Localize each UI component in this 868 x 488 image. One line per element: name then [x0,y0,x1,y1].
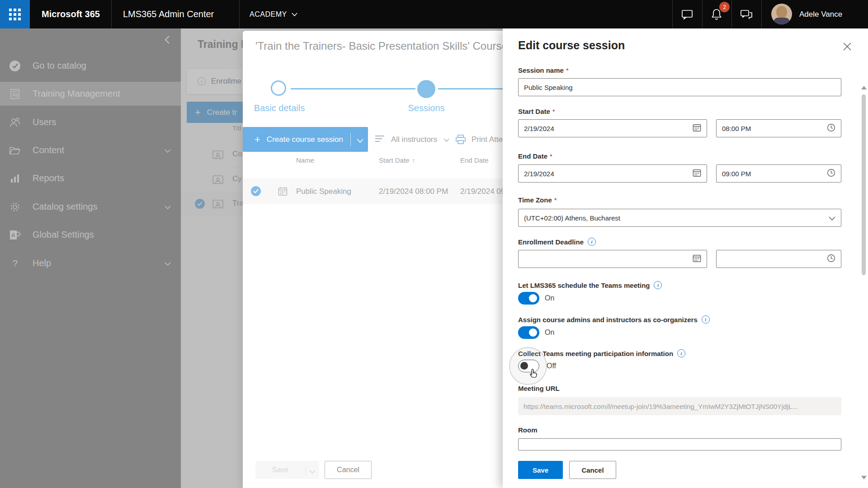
scrollbar-thumb[interactable] [862,94,866,275]
chevron-down-icon [292,13,297,16]
info-icon[interactable] [588,238,596,246]
start-time-input[interactable]: 08:00 PM [716,119,841,137]
session-name-input[interactable]: Public Speaking [518,78,841,96]
panel-cancel-label: Cancel [581,466,604,474]
info-icon[interactable] [654,281,662,289]
schedule-teams-meeting-toggle[interactable] [518,292,539,305]
session-name-label: Session name [518,66,569,74]
start-date-value: 2/19/2024 [524,125,693,132]
meeting-url-input: https://teams.microsoft.com/l/meetup-joi… [518,397,841,415]
clock-icon[interactable] [827,254,835,264]
feedback-icon [740,9,753,20]
schedule-teams-meeting-label: Let LMS365 schedule the Teams meeting [518,281,662,289]
info-icon[interactable] [677,349,685,357]
app-root: Go to catalog Training Management Users … [0,0,868,488]
tenant-selector[interactable]: ACADEMY [250,0,297,28]
toggle-state-label: On [545,292,554,305]
end-time-input[interactable]: 09:00 PM [716,164,841,183]
start-date-label: Start Date [518,108,555,115]
start-date-input[interactable]: 2/19/2024 [518,119,707,137]
meeting-url-value: https://teams.microsoft.com/l/meetup-joi… [524,403,836,410]
enrollment-deadline-text: Enrollment Deadline [518,238,584,246]
co-organizers-toggle[interactable] [518,326,539,339]
panel-save-label: Save [533,466,548,474]
top-bar: Microsoft 365 LMS365 Admin Center ACADEM… [0,0,868,28]
panel-cancel-button[interactable]: Cancel [569,461,616,479]
end-time-value: 09:00 PM [722,170,827,178]
panel-title: Edit course session [518,39,625,52]
toggle-state-label: Off [547,360,556,372]
time-zone-value: (UTC+02:00) Athens, Bucharest [524,214,829,222]
end-date-label: End Date [518,152,552,160]
notification-badge: 2 [719,2,730,12]
calendar-icon[interactable] [693,254,701,264]
time-zone-select[interactable]: (UTC+02:00) Athens, Bucharest [518,209,841,227]
enrollment-deadline-date-input[interactable] [518,250,707,268]
user-name[interactable]: Adele Vance [799,0,842,28]
topbar-divider [731,0,732,28]
end-date-value: 2/19/2024 [524,170,693,178]
chat-button[interactable] [680,0,694,28]
enrollment-deadline-time-input[interactable] [716,250,841,268]
app-title[interactable]: LMS365 Admin Center [123,0,214,28]
clock-icon[interactable] [827,169,835,178]
brand-title[interactable]: Microsoft 365 [42,0,100,28]
time-zone-label: Time Zone [518,196,557,204]
topbar-divider [672,0,673,28]
co-organizers-text: Assign course admins and instructors as … [518,316,698,324]
schedule-teams-meeting-text: Let LMS365 schedule the Teams meeting [518,282,650,289]
chevron-down-icon [829,214,835,222]
scrollbar-down-arrow[interactable] [861,476,867,479]
avatar[interactable] [771,4,792,24]
room-input[interactable] [518,438,841,450]
info-icon[interactable] [702,315,710,324]
meeting-url-label: Meeting URL [518,385,560,392]
topbar-divider [111,0,112,28]
toggle-state-label: On [545,326,554,339]
clock-icon[interactable] [827,123,835,133]
co-organizers-label: Assign course admins and instructors as … [518,315,710,324]
chat-icon [681,9,693,20]
enrollment-deadline-label: Enrollment Deadline [518,238,596,246]
waffle-icon [9,9,21,20]
calendar-icon[interactable] [693,169,701,178]
room-label: Room [518,426,538,434]
feedback-button[interactable] [740,0,753,28]
scrollbar-up-arrow[interactable] [861,86,867,89]
tenant-name: ACADEMY [250,0,287,28]
end-date-input[interactable]: 2/19/2024 [518,164,707,183]
app-launcher-button[interactable] [0,0,30,28]
edit-course-session-panel: Edit course session Session name Public … [503,28,868,488]
mouse-cursor [529,368,539,381]
start-time-value: 08:00 PM [722,125,827,132]
panel-save-button[interactable]: Save [518,461,563,479]
session-name-value: Public Speaking [524,84,835,91]
close-icon[interactable] [841,40,854,53]
topbar-divider [761,0,762,28]
topbar-divider [239,0,240,28]
topbar-divider [702,0,703,28]
calendar-icon[interactable] [693,123,701,133]
